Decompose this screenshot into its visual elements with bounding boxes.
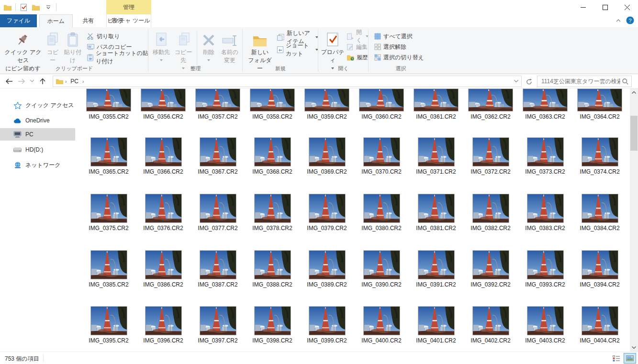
details-view-button[interactable] [610,353,623,364]
refresh-button[interactable] [524,76,534,87]
file-item[interactable]: IMG_0379.CR2 [300,194,354,232]
tab-picture-tools[interactable]: ピクチャ ツール [106,14,151,27]
paste-shortcut-button[interactable]: ショートカットの貼り付け [87,53,148,62]
tab-file[interactable]: ファイル [0,14,37,27]
file-item[interactable]: IMG_0375.CR2 [81,194,136,232]
new-item-button[interactable]: 新しいアイテム [277,33,318,42]
file-item[interactable]: IMG_0372.CR2 [463,138,518,175]
rename-button[interactable]: 名前の 変更 [219,30,240,65]
close-button[interactable] [616,0,638,14]
forward-button[interactable] [15,76,28,87]
back-button[interactable] [3,76,15,87]
file-item[interactable]: IMG_0364.CR2 [572,89,627,120]
file-item[interactable]: IMG_0384.CR2 [572,194,627,232]
scroll-up-arrow-icon[interactable] [630,88,638,97]
file-item[interactable]: IMG_0396.CR2 [136,307,190,344]
file-item[interactable]: IMG_0369.CR2 [300,138,354,175]
file-item[interactable]: IMG_0361.CR2 [409,89,463,120]
sidebar-item-network[interactable]: ネットワーク [0,159,75,171]
file-item[interactable]: IMG_0373.CR2 [518,138,572,175]
file-item[interactable]: IMG_0357.CR2 [190,89,245,120]
minimize-ribbon-chevron-icon[interactable] [616,19,621,22]
properties-shortcut-icon[interactable] [19,2,28,12]
maximize-button[interactable] [594,0,616,14]
minimize-button[interactable] [572,0,594,14]
sidebar-item-pc[interactable]: PC [0,128,75,141]
file-item[interactable]: IMG_0368.CR2 [245,138,300,175]
file-item[interactable]: IMG_0403.CR2 [518,307,572,344]
file-item[interactable]: IMG_0390.CR2 [354,251,409,288]
file-item[interactable]: IMG_0400.CR2 [354,307,409,344]
file-item[interactable]: IMG_0404.CR2 [572,307,627,344]
file-item[interactable]: IMG_0394.CR2 [572,251,627,288]
sidebar-item-hd-drive[interactable]: HD(D:) [0,143,75,156]
select-all-button[interactable]: すべて選択 [374,32,413,41]
file-item[interactable]: IMG_0391.CR2 [409,251,463,288]
breadcrumb-chevron-icon[interactable]: › [81,79,85,84]
cut-button[interactable]: 切り取り [87,32,120,41]
scroll-down-arrow-icon[interactable] [630,343,638,352]
new-shortcut-button[interactable]: ショートカット [277,45,318,55]
file-item[interactable]: IMG_0378.CR2 [245,194,300,232]
file-item[interactable]: IMG_0397.CR2 [190,307,245,344]
file-item[interactable]: IMG_0381.CR2 [409,194,463,232]
edit-button[interactable]: 編集 [347,42,368,52]
tab-share[interactable]: 共有 [75,14,102,27]
file-item[interactable]: IMG_0377.CR2 [190,194,245,232]
delete-button[interactable]: 削除 [199,30,218,63]
explorer-folder-icon[interactable] [3,2,12,12]
file-item[interactable]: IMG_0386.CR2 [136,251,190,288]
file-item[interactable]: IMG_0370.CR2 [354,138,409,175]
file-item[interactable]: IMG_0359.CR2 [300,89,354,120]
file-item[interactable]: IMG_0376.CR2 [136,194,190,232]
file-item[interactable]: IMG_0355.CR2 [81,89,136,120]
file-item[interactable]: IMG_0402.CR2 [463,307,518,344]
invert-selection-button[interactable]: 選択の切り替え [374,53,424,62]
file-item[interactable]: IMG_0382.CR2 [463,194,518,232]
file-item[interactable]: IMG_0362.CR2 [463,89,518,120]
new-folder-shortcut-icon[interactable] [31,2,41,12]
file-item[interactable]: IMG_0360.CR2 [354,89,409,120]
file-item[interactable]: IMG_0383.CR2 [518,194,572,232]
file-item[interactable]: IMG_0389.CR2 [300,251,354,288]
file-item[interactable]: IMG_0398.CR2 [245,307,300,344]
customize-toolbar-chevron-icon[interactable] [44,2,53,12]
file-item[interactable]: IMG_0399.CR2 [300,307,354,344]
file-item[interactable]: IMG_0367.CR2 [190,138,245,175]
open-button[interactable]: 開く [347,32,369,41]
search-input[interactable] [537,78,622,85]
copy-button[interactable]: コピー [44,30,61,65]
file-item[interactable]: IMG_0366.CR2 [136,138,190,175]
file-item[interactable]: IMG_0395.CR2 [81,307,136,344]
scrollbar-thumb[interactable] [630,116,638,151]
file-item[interactable]: IMG_0371.CR2 [409,138,463,175]
pin-to-quick-access-button[interactable]: クイック アクセス にピン留めする [3,30,43,81]
breadcrumb-chevron-icon[interactable]: › [64,79,67,84]
file-item[interactable]: IMG_0374.CR2 [572,138,627,175]
paste-button[interactable]: 貼り付け [61,30,84,65]
file-item[interactable]: IMG_0380.CR2 [354,194,409,232]
move-to-button[interactable]: 移動先 [151,30,171,63]
file-item[interactable]: IMG_0358.CR2 [245,89,300,120]
help-icon[interactable]: ? [626,16,634,24]
tab-home[interactable]: ホーム [39,14,73,27]
large-icons-view-button[interactable] [624,353,636,364]
history-button[interactable]: 履歴 [347,53,368,62]
sidebar-item-quick-access[interactable]: クイック アクセス [0,99,75,111]
sidebar-item-onedrive[interactable]: OneDrive [0,114,75,127]
file-item[interactable]: IMG_0401.CR2 [409,307,463,344]
address-box[interactable]: › PC › [53,76,522,87]
search-box[interactable] [537,76,632,87]
file-item[interactable]: IMG_0363.CR2 [518,89,572,120]
breadcrumb-pc[interactable]: PC [67,76,81,87]
file-item[interactable]: IMG_0393.CR2 [518,251,572,288]
search-icon[interactable] [622,78,631,85]
address-dropdown-chevron-icon[interactable] [512,76,520,87]
vertical-scrollbar[interactable] [630,88,638,352]
file-item[interactable]: IMG_0387.CR2 [190,251,245,288]
up-button[interactable] [36,76,49,87]
recent-locations-chevron-icon[interactable] [28,76,36,87]
file-item[interactable]: IMG_0365.CR2 [81,138,136,175]
select-none-button[interactable]: 選択解除 [374,42,406,52]
file-item[interactable]: IMG_0392.CR2 [463,251,518,288]
